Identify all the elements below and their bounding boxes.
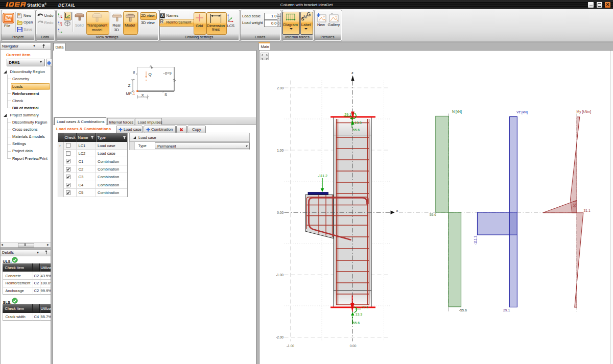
- svg-text:x: x: [396, 208, 398, 213]
- svg-text:S: S: [164, 92, 167, 97]
- svg-text:-1.00: -1.00: [287, 344, 294, 347]
- svg-text:8: 8: [133, 69, 135, 74]
- svg-text:55.6: 55.6: [430, 213, 436, 216]
- svg-text:N [kN]: N [kN]: [452, 110, 462, 114]
- svg-text:-2.00: -2.00: [276, 335, 284, 339]
- svg-text:Vz [kN]: Vz [kN]: [516, 110, 528, 114]
- svg-text:31.1: 31.1: [584, 208, 591, 212]
- svg-text:0=9: 0=9: [165, 70, 172, 75]
- svg-text:z: z: [351, 70, 353, 75]
- svg-text:29.1: 29.1: [362, 305, 369, 309]
- svg-text:2.00: 2.00: [277, 86, 284, 89]
- svg-text:0.00: 0.00: [277, 210, 284, 214]
- svg-text:-111.2: -111.2: [474, 235, 477, 245]
- svg-text:X: X: [142, 92, 145, 97]
- svg-text:Q: Q: [149, 71, 152, 76]
- svg-text:-55.6: -55.6: [459, 308, 467, 312]
- svg-text:13.3: 13.3: [355, 121, 362, 125]
- svg-text:-111.2: -111.2: [318, 174, 327, 177]
- svg-text:-62.1: -62.1: [573, 200, 576, 208]
- svg-text:55.6: 55.6: [353, 321, 360, 324]
- svg-text:-29.1: -29.1: [343, 112, 351, 116]
- svg-text:55.6: 55.6: [353, 128, 360, 132]
- svg-text:0.00: 0.00: [350, 344, 357, 347]
- svg-text:Z: Z: [128, 83, 131, 87]
- svg-text:29.1: 29.1: [503, 308, 510, 312]
- svg-text:1.00: 1.00: [277, 148, 284, 152]
- svg-text:MP-1: MP-1: [126, 91, 135, 96]
- svg-text:13.3: 13.3: [356, 312, 363, 316]
- svg-text:-1.00: -1.00: [276, 273, 284, 276]
- svg-text:My [kNm]: My [kNm]: [577, 110, 592, 114]
